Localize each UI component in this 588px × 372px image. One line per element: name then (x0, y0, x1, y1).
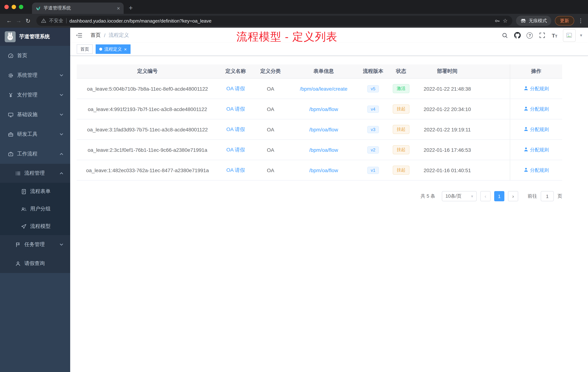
browser-tab[interactable]: 芋道管理系统 × (32, 2, 124, 14)
cell-actions: 分配规则 (510, 119, 562, 139)
url-text[interactable]: dashboard.yudao.iocoder.cn/bpm/manager/d… (69, 18, 492, 23)
incognito-badge: 无痕模式 (516, 16, 551, 26)
cell-spacer (479, 160, 510, 180)
goto-unit-label: 页 (557, 193, 562, 199)
window-controls (0, 0, 26, 14)
github-icon[interactable] (514, 31, 521, 39)
browser-menu-icon[interactable]: ⋮ (578, 17, 584, 24)
column-header: 定义名称 (218, 65, 253, 78)
security-label[interactable]: 不安全 (49, 17, 63, 24)
column-header: 定义编号 (77, 65, 218, 78)
tag-item[interactable]: 首页 (77, 44, 93, 54)
dashboard-icon (8, 53, 13, 58)
cell-status: 挂起 (387, 160, 415, 180)
minimize-window-button[interactable] (12, 5, 16, 9)
next-page-button[interactable]: › (508, 191, 518, 201)
table-row: oa_leave:1:482ec033-762a-11ec-8477-a2380… (77, 160, 562, 181)
update-chrome-button[interactable]: 更新 (555, 16, 574, 25)
form-link[interactable]: /bpm/oa/flow (309, 127, 338, 132)
assign-rule-link[interactable]: 分配规则 (524, 85, 549, 92)
cell-actions: 分配规则 (510, 99, 562, 119)
search-icon[interactable] (501, 31, 509, 39)
cell-deploy-time: 2022-01-22 20:34:10 (415, 99, 479, 119)
definition-name-link[interactable]: OA 请假 (226, 85, 245, 92)
tab-favicon-icon (36, 6, 41, 11)
help-icon[interactable]: ? (526, 31, 534, 39)
sidebar-item-system-mgmt[interactable]: 系统管理 (0, 66, 70, 85)
sidebar-item-dev-tools[interactable]: 研发工具 (0, 124, 70, 144)
form-link[interactable]: /bpm/oa/leave/create (300, 86, 347, 92)
sidebar-item-label: 流程表单 (30, 188, 64, 195)
bookmark-star-icon[interactable]: ☆ (503, 17, 508, 24)
close-window-button[interactable] (4, 5, 9, 9)
sidebar-item-task-mgmt[interactable]: 任务管理 (0, 235, 70, 254)
cell-definition-name: OA 请假 (218, 140, 253, 160)
cell-category: OA (253, 160, 288, 180)
assign-rule-link[interactable]: 分配规则 (524, 106, 549, 112)
sidebar-item-user-group[interactable]: 用户分组 (0, 200, 70, 218)
security-warning-icon[interactable] (41, 18, 46, 23)
hamburger-icon[interactable] (76, 33, 83, 38)
font-size-icon[interactable]: TT (551, 31, 558, 39)
pagination: 共 5 条 10条/页 ▾ ‹ 1 › 前往 1 页 (77, 191, 562, 201)
breadcrumb-home[interactable]: 首页 (91, 32, 101, 39)
definition-name-link[interactable]: OA 请假 (226, 146, 245, 153)
sidebar-item-label: 基础设施 (17, 111, 59, 118)
breadcrumb-separator: / (104, 33, 105, 38)
sidebar-item-home[interactable]: 首页 (0, 46, 70, 66)
browser-tabstrip: 芋道管理系统 × + (0, 0, 588, 14)
fullscreen-icon[interactable] (538, 31, 546, 39)
sidebar-item-process-model[interactable]: 流程模型 (0, 218, 70, 235)
sidebar-item-process-mgmt[interactable]: 流程管理 (0, 164, 70, 183)
app-header: 首页 / 流程定义 流程模型 - 定义列表 ? TT (70, 28, 588, 43)
new-tab-button[interactable]: + (129, 4, 133, 11)
sidebar-item-label: 系统管理 (17, 72, 59, 79)
cell-status: 激活 (387, 79, 415, 99)
password-key-icon[interactable] (494, 18, 500, 23)
assign-rule-link[interactable]: 分配规则 (524, 126, 549, 133)
sidebar-item-infrastructure[interactable]: 基础设施 (0, 105, 70, 124)
app-logo[interactable]: 芋道管理系统 (0, 28, 70, 46)
prev-page-button[interactable]: ‹ (480, 191, 491, 201)
back-button[interactable]: ← (4, 16, 14, 25)
chevron-down-icon (59, 171, 64, 175)
form-link[interactable]: /bpm/oa/flow (309, 167, 338, 173)
tag-active[interactable]: 流程定义× (96, 44, 130, 54)
cell-deploy-time: 2022-01-16 17:46:53 (415, 140, 479, 160)
column-header: 表单信息 (288, 65, 359, 78)
page-size-select[interactable]: 10条/页 ▾ (442, 191, 477, 201)
cell-version: v2 (359, 140, 387, 160)
column-header: 操作 (510, 65, 562, 78)
goto-label: 前往 (528, 193, 537, 199)
tag-close-icon[interactable]: × (124, 47, 127, 52)
zoom-window-button[interactable] (19, 5, 23, 9)
address-bar[interactable]: 不安全 dashboard.yudao.iocoder.cn/bpm/manag… (36, 16, 512, 26)
tag-label: 首页 (80, 46, 89, 52)
forward-button[interactable]: → (14, 16, 23, 25)
definition-name-link[interactable]: OA 请假 (226, 126, 245, 133)
user-solid-icon (524, 147, 528, 153)
table-row: oa_leave:5:004b710b-7b8a-11ec-8ef0-acde4… (77, 79, 562, 99)
table-header-row: 定义编号定义名称定义分类表单信息流程版本状态部署时间操作 (77, 65, 562, 79)
tab-close-icon[interactable]: × (117, 5, 120, 11)
definition-name-link[interactable]: OA 请假 (226, 106, 245, 112)
form-link[interactable]: /bpm/oa/flow (309, 106, 338, 112)
cell-category: OA (253, 140, 288, 160)
user-solid-icon (524, 127, 528, 132)
avatar-dropdown-icon[interactable]: ▾ (580, 33, 582, 38)
avatar[interactable] (563, 29, 576, 42)
assign-rule-link[interactable]: 分配规则 (524, 146, 549, 153)
form-link[interactable]: /bpm/oa/flow (309, 147, 338, 153)
cell-deploy-time: 2022-01-16 01:40:51 (415, 160, 479, 180)
assign-rule-link[interactable]: 分配规则 (524, 167, 549, 174)
sidebar-item-leave-query[interactable]: 请假查询 (0, 254, 70, 273)
page-number-button[interactable]: 1 (494, 191, 504, 201)
sidebar-item-payment-mgmt[interactable]: 支付管理 (0, 85, 70, 105)
goto-page-input[interactable]: 1 (541, 191, 554, 201)
page-size-value: 10条/页 (445, 193, 462, 199)
reload-button[interactable]: ↻ (23, 16, 33, 25)
sidebar-item-label: 工作流程 (17, 151, 59, 157)
sidebar-item-workflow[interactable]: 工作流程 (0, 144, 70, 164)
sidebar-item-process-form[interactable]: 流程表单 (0, 183, 70, 200)
definition-name-link[interactable]: OA 请假 (226, 167, 245, 174)
